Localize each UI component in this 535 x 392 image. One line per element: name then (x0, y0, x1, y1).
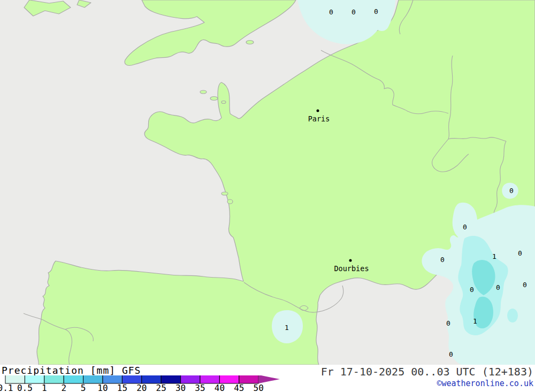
legend-cell (181, 375, 200, 383)
legend-cell (200, 375, 219, 383)
city-label: Dourbies (334, 264, 369, 273)
legend-cells (5, 375, 258, 383)
precip-value-label: 0 (351, 8, 356, 16)
legend-tick-label: 0.5 (17, 383, 33, 392)
land-channel-island (200, 90, 207, 94)
legend-tick-label: 2 (61, 383, 66, 392)
footer-bar: Precipitation [mm] GFS 0.10.512510152025… (0, 365, 535, 392)
land-islet (227, 199, 233, 204)
city-marker-dot (317, 110, 319, 112)
city-label: Paris (308, 114, 330, 123)
legend-cell (161, 375, 180, 383)
forecast-datetime: Fr 17-10-2025 00..03 UTC (12+183) (321, 365, 533, 378)
legend-tick-label: 40 (215, 383, 225, 392)
legend-cell (219, 375, 239, 383)
legend-tick-label: 30 (175, 383, 186, 392)
precip-value-label: 0 (509, 187, 514, 195)
legend-cell (64, 375, 83, 383)
legend-tick-label: 20 (136, 383, 147, 392)
precip-value-label: 1 (492, 252, 496, 260)
precip-value-label: 0 (449, 350, 453, 358)
legend-tick-label: 5 (81, 383, 86, 392)
precip-value-label: 0 (523, 281, 527, 289)
legend-tick-label: 45 (234, 383, 244, 392)
legend-cell (142, 375, 161, 383)
legend-title: Precipitation [mm] GFS (2, 365, 141, 376)
legend-cell (239, 375, 258, 383)
precip-value-label: 0 (329, 8, 333, 16)
legend-color-scale: 0.10.5125101520253035404550 (0, 375, 292, 392)
land-channel-island (210, 97, 218, 101)
precip-value-label: 0 (470, 286, 474, 294)
legend-arrow-icon (258, 375, 280, 383)
legend-cell (103, 375, 122, 383)
credit-link[interactable]: ©weatheronline.co.uk (437, 379, 533, 388)
precip-value-label: 0 (496, 283, 500, 291)
legend-cell (5, 375, 25, 383)
precip-value-label: 1 (285, 324, 289, 332)
precip-value-label: 1 (473, 317, 477, 325)
legend-tick-labels: 0.10.5125101520253035404550 (0, 383, 264, 392)
legend-cell (83, 375, 103, 383)
precip-medium-spot (507, 309, 518, 322)
legend-tick-label: 25 (156, 383, 166, 392)
legend-tick-label: 10 (97, 383, 108, 392)
legend-tick-label: 50 (254, 383, 264, 392)
weather-map-screenshot: 000000100001010 ParisDourbies Precipitat… (0, 0, 535, 392)
precip-value-label: 0 (446, 319, 450, 327)
land-channel-island (221, 101, 226, 104)
precip-value-label: 0 (463, 223, 467, 231)
legend-tick-label: 35 (195, 383, 205, 392)
precip-value-label: 0 (440, 256, 445, 264)
map-canvas: 000000100001010 ParisDourbies (0, 0, 535, 365)
map-region: 000000100001010 ParisDourbies (0, 0, 535, 365)
land-islet (221, 192, 228, 195)
precip-value-label: 0 (518, 249, 522, 257)
legend-cell (25, 375, 44, 383)
land-isle-of-wight (246, 41, 254, 44)
legend-tick-label: 0.1 (0, 383, 13, 392)
city-marker-dot (349, 259, 352, 262)
precip-value-label: 0 (374, 7, 378, 16)
legend-tick-label: 15 (117, 383, 127, 392)
legend-tick-label: 1 (42, 383, 47, 392)
legend-cell (122, 375, 141, 383)
legend-cell (44, 375, 64, 383)
